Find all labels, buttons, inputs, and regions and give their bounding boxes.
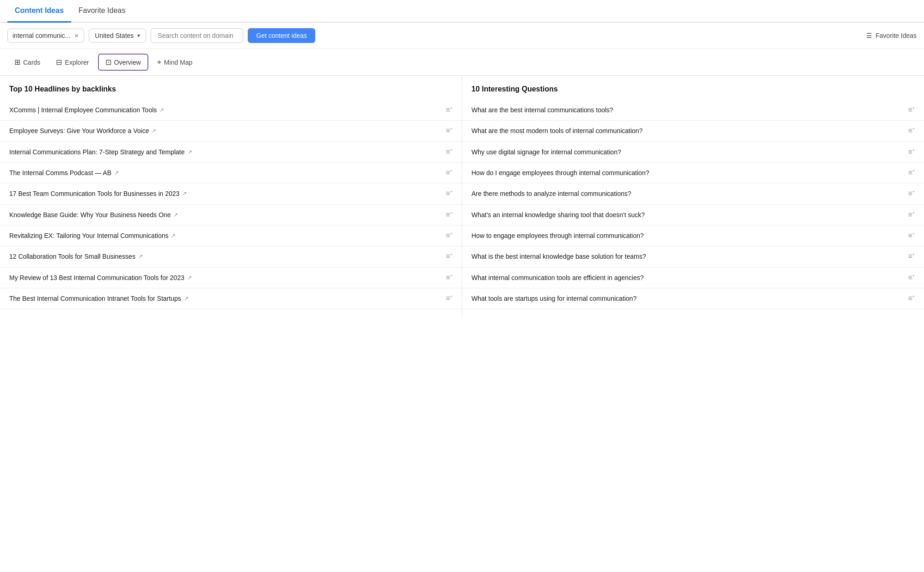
question-row[interactable]: How do I engage employees through intern…	[462, 163, 924, 183]
top-tabs-bar: Content Ideas Favorite Ideas	[0, 0, 924, 23]
question-row[interactable]: Are there methods to analyze internal co…	[462, 183, 924, 204]
add-to-list-icon[interactable]: ≡+	[908, 231, 915, 240]
headline-text: 17 Best Team Communication Tools for Bus…	[9, 190, 446, 197]
external-link-icon: ↗	[171, 232, 176, 239]
question-text: Why use digital signage for internal com…	[471, 148, 908, 156]
add-to-list-icon[interactable]: ≡+	[908, 106, 915, 114]
add-to-list-icon[interactable]: ≡+	[446, 169, 453, 177]
view-tabs-bar: ⊞ Cards ⊟ Explorer ⊡ Overview ⌖ Mind Map	[0, 49, 924, 76]
question-row[interactable]: What internal communication tools are ef…	[462, 268, 924, 288]
add-to-list-icon[interactable]: ≡+	[446, 274, 453, 282]
headline-row[interactable]: Knowledge Base Guide: Why Your Business …	[0, 205, 462, 225]
tab-overview[interactable]: ⊡ Overview	[98, 54, 148, 71]
headline-text: Employee Surveys: Give Your Workforce a …	[9, 127, 446, 134]
cards-tab-label: Cards	[23, 59, 40, 66]
external-link-icon: ↗	[184, 295, 189, 302]
cards-icon: ⊞	[14, 58, 20, 67]
external-link-icon: ↗	[152, 128, 156, 134]
headline-row[interactable]: The Internal Comms Podcast — AB ↗ ≡+	[0, 163, 462, 183]
headline-row[interactable]: Revitalizing EX: Tailoring Your Internal…	[0, 225, 462, 246]
question-row[interactable]: What is the best internal knowledge base…	[462, 246, 924, 267]
headline-text: Knowledge Base Guide: Why Your Business …	[9, 211, 446, 219]
add-to-list-icon[interactable]: ≡+	[446, 189, 453, 198]
add-to-list-icon[interactable]: ≡+	[446, 231, 453, 240]
headline-row[interactable]: 12 Collaboration Tools for Small Busines…	[0, 246, 462, 267]
headline-row[interactable]: The Best Internal Communication Intranet…	[0, 288, 462, 309]
add-to-list-icon[interactable]: ≡+	[908, 189, 915, 198]
get-ideas-button[interactable]: Get content ideas	[248, 28, 315, 43]
question-row[interactable]: What are the most modern tools of intern…	[462, 121, 924, 141]
add-to-list-icon[interactable]: ≡+	[446, 211, 453, 219]
headline-row[interactable]: Internal Communications Plan: 7-Step Str…	[0, 142, 462, 163]
headline-text: XComms | Internal Employee Communication…	[9, 106, 446, 114]
headline-row[interactable]: My Review of 13 Best Internal Communicat…	[0, 268, 462, 288]
explorer-icon: ⊟	[56, 58, 62, 67]
external-link-icon: ↗	[138, 253, 143, 260]
add-to-list-icon[interactable]: ≡+	[908, 148, 915, 156]
domain-search-input[interactable]	[151, 28, 243, 43]
headline-row[interactable]: Employee Surveys: Give Your Workforce a …	[0, 121, 462, 141]
add-to-list-icon[interactable]: ≡+	[908, 252, 915, 261]
main-content: Top 10 Headlines by backlinks XComms | I…	[0, 76, 924, 318]
favorite-ideas-label: Favorite Ideas	[875, 32, 917, 39]
explorer-tab-label: Explorer	[65, 59, 89, 66]
question-row[interactable]: What are the best internal communication…	[462, 100, 924, 121]
add-to-list-icon[interactable]: ≡+	[908, 127, 915, 135]
question-text: What are the best internal communication…	[471, 106, 908, 114]
external-link-icon: ↗	[187, 274, 192, 281]
external-link-icon: ↗	[159, 107, 164, 113]
headline-text: 12 Collaboration Tools for Small Busines…	[9, 253, 446, 260]
question-text: What is the best internal knowledge base…	[471, 253, 908, 260]
headlines-panel: Top 10 Headlines by backlinks XComms | I…	[0, 76, 462, 318]
questions-panel-title: 10 Interesting Questions	[462, 85, 924, 100]
keyword-text: internal communic...	[12, 32, 70, 39]
question-text: What's an internal knowledge sharing too…	[471, 211, 908, 219]
question-row[interactable]: Why use digital signage for internal com…	[462, 142, 924, 163]
chevron-down-icon: ▾	[137, 32, 140, 39]
close-keyword-icon[interactable]: ✕	[74, 32, 79, 39]
question-text: What are the most modern tools of intern…	[471, 127, 908, 134]
question-text: What tools are startups using for intern…	[471, 295, 908, 302]
tab-favorite-ideas[interactable]: Favorite Ideas	[71, 0, 133, 23]
tab-content-ideas[interactable]: Content Ideas	[7, 0, 71, 23]
question-row[interactable]: How to engage employees through internal…	[462, 225, 924, 246]
add-to-list-icon[interactable]: ≡+	[446, 127, 453, 135]
tab-cards[interactable]: ⊞ Cards	[7, 54, 47, 70]
question-row[interactable]: What tools are startups using for intern…	[462, 288, 924, 309]
add-to-list-icon[interactable]: ≡+	[446, 294, 453, 303]
headlines-panel-title: Top 10 Headlines by backlinks	[0, 85, 462, 100]
favorite-list-icon: ☰	[866, 32, 872, 39]
toolbar: internal communic... ✕ United States ▾ G…	[0, 23, 924, 49]
external-link-icon: ↗	[182, 190, 187, 197]
favorite-ideas-link[interactable]: ☰ Favorite Ideas	[866, 32, 917, 39]
external-link-icon: ↗	[188, 149, 192, 155]
add-to-list-icon[interactable]: ≡+	[908, 274, 915, 282]
add-to-list-icon[interactable]: ≡+	[908, 294, 915, 303]
add-to-list-icon[interactable]: ≡+	[446, 148, 453, 156]
question-text: What internal communication tools are ef…	[471, 274, 908, 281]
headline-text: My Review of 13 Best Internal Communicat…	[9, 274, 446, 281]
add-to-list-icon[interactable]: ≡+	[908, 169, 915, 177]
mind-map-icon: ⌖	[157, 58, 161, 67]
overview-icon: ⊡	[105, 58, 111, 67]
question-text: How to engage employees through internal…	[471, 232, 908, 239]
tab-explorer[interactable]: ⊟ Explorer	[49, 54, 96, 70]
mind-map-tab-label: Mind Map	[164, 59, 192, 66]
headline-text: The Best Internal Communication Intranet…	[9, 295, 446, 302]
questions-list: What are the best internal communication…	[462, 100, 924, 309]
add-to-list-icon[interactable]: ≡+	[908, 211, 915, 219]
keyword-chip[interactable]: internal communic... ✕	[7, 29, 84, 43]
tab-mind-map[interactable]: ⌖ Mind Map	[150, 55, 199, 70]
question-text: How do I engage employees through intern…	[471, 169, 908, 176]
overview-tab-label: Overview	[114, 59, 141, 66]
question-text: Are there methods to analyze internal co…	[471, 190, 908, 197]
question-row[interactable]: What's an internal knowledge sharing too…	[462, 205, 924, 225]
headline-row[interactable]: 17 Best Team Communication Tools for Bus…	[0, 183, 462, 204]
external-link-icon: ↗	[114, 170, 119, 176]
headline-row[interactable]: XComms | Internal Employee Communication…	[0, 100, 462, 121]
headline-text: The Internal Comms Podcast — AB ↗	[9, 169, 446, 176]
add-to-list-icon[interactable]: ≡+	[446, 252, 453, 261]
country-label: United States	[95, 32, 134, 39]
add-to-list-icon[interactable]: ≡+	[446, 106, 453, 114]
country-select[interactable]: United States ▾	[89, 29, 146, 43]
